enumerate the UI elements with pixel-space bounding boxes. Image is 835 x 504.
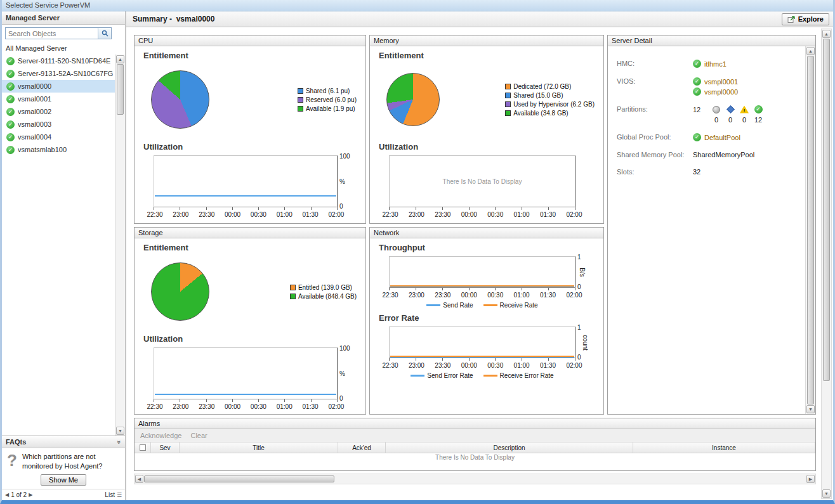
memory-utilization-chart: There Is No Data To Display22:3023:0023:… [389, 155, 575, 218]
server-name: vsmatsmlab100 [18, 146, 67, 153]
scroll-left-icon[interactable]: ◀ [135, 475, 143, 483]
alarm-column-description[interactable]: Description [386, 443, 633, 453]
legend-line-swatch [411, 375, 424, 377]
global-proc-pool-link[interactable]: DefaultPool [704, 134, 740, 141]
server-list-item[interactable]: ✓vsmal0003 [2, 118, 115, 131]
server-list-item[interactable]: ✓vsmatsmlab100 [2, 143, 115, 156]
storage-utilization-chart: 100%022:3023:0023:3000:0000:3001:0001:30… [154, 347, 338, 410]
x-tick-label: 23:00 [406, 211, 426, 218]
main-body: CPU Entitlement Shared (6.1 pu)Reserved … [126, 27, 833, 500]
next-page-icon[interactable]: ▶ [29, 492, 32, 498]
server-list-item[interactable]: ✓Server-9131-52A-SN10C67FG [2, 67, 115, 80]
clear-button[interactable]: Clear [190, 432, 207, 439]
alarm-column-sev[interactable]: Sev [151, 443, 180, 453]
explore-label: Explore [798, 15, 824, 23]
scroll-down-icon[interactable]: ▼ [822, 489, 831, 498]
server-detail-scrollbar[interactable]: ▲ ▼ [805, 46, 815, 414]
y-unit-label: count [582, 335, 589, 350]
faq-question: Which partitions are not monitored by Ho… [22, 452, 120, 471]
server-name: vsmal0004 [18, 133, 51, 141]
x-tick-label: 22:30 [380, 362, 400, 369]
legend-label: Send Error Rate [427, 372, 473, 379]
cpu-utilization-heading: Utilization [135, 138, 365, 153]
legend-label: Shared (15.0 GB) [513, 92, 563, 99]
legend-label: Dedicated (72.0 GB) [513, 83, 571, 90]
series-line [155, 195, 336, 197]
y-axis: 100%0 [339, 153, 350, 210]
x-axis-ticks [389, 288, 575, 290]
partition-count: 0 [728, 116, 732, 124]
collapse-chevron-icon[interactable]: » [116, 441, 123, 444]
memory-entitlement-pie [386, 73, 440, 126]
status-ok-icon: ✓ [693, 60, 701, 68]
alarm-column-instance[interactable]: Instance [633, 443, 815, 453]
scroll-up-icon[interactable]: ▲ [822, 30, 831, 38]
chart-legend: Send RateReceive Rate [389, 302, 575, 309]
show-me-button[interactable]: Show Me [41, 474, 86, 486]
vios-link[interactable]: vsmpl0001 [704, 78, 738, 86]
scroll-up-icon[interactable]: ▲ [806, 47, 815, 55]
x-tick-label: 23:00 [171, 403, 191, 410]
legend-item: Receive Error Rate [483, 372, 554, 379]
alarm-column-acked[interactable]: Ack'ed [338, 443, 386, 453]
sidebar: Managed Server All Managed Server ✓Serve… [2, 11, 126, 500]
alarm-column-title[interactable]: Title [180, 443, 338, 453]
x-tick-label: 23:30 [433, 292, 453, 299]
memory-entitlement-heading: Entitlement [370, 46, 603, 61]
scroll-down-icon[interactable]: ▼ [116, 427, 124, 435]
storage-utilization-heading: Utilization [135, 330, 365, 345]
legend-item: Dedicated (72.0 GB) [505, 83, 595, 90]
faqts-header[interactable]: FAQts » [2, 436, 125, 448]
scroll-up-icon[interactable]: ▲ [116, 55, 124, 63]
hmc-link[interactable]: itlhmc1 [704, 60, 727, 68]
network-throughput-heading: Throughput [370, 238, 603, 254]
server-list-item[interactable]: ✓vsmal0000 [2, 80, 115, 93]
acknowledge-button[interactable]: Acknowledge [140, 432, 181, 439]
alarms-empty-text: There Is No Data To Display [135, 453, 815, 470]
server-detail-panel-header: Server Detail [608, 36, 815, 46]
memory-entitlement-row: Dedicated (72.0 GB)Shared (15.0 GB)Used … [370, 61, 603, 138]
y-max-label: 100 [339, 345, 350, 352]
y-max-label: 100 [339, 153, 350, 160]
chart-plot-area: 100%0 [154, 347, 338, 399]
app-window: Selected Service PowerVM Managed Server … [0, 0, 835, 504]
select-all-checkbox[interactable] [140, 444, 146, 451]
search-icon[interactable] [98, 28, 111, 39]
x-tick-label: 02:00 [326, 211, 346, 218]
server-list-item[interactable]: ✓vsmal0004 [2, 131, 115, 143]
shared-memory-pool-row: Shared Memory Pool: SharedMemoryPool [617, 151, 804, 158]
alarm-column-select[interactable] [135, 443, 151, 453]
scroll-thumb[interactable] [117, 64, 124, 115]
list-toggle[interactable]: List ☰ [105, 491, 122, 498]
server-list-item[interactable]: ✓vsmal0001 [2, 93, 115, 105]
scroll-right-icon[interactable]: ▶ [806, 475, 815, 483]
alarms-panel-header: Alarms [135, 418, 815, 429]
search-box [5, 27, 112, 39]
explore-button[interactable]: Explore [782, 13, 829, 25]
scroll-down-icon[interactable]: ▼ [806, 405, 815, 413]
search-input[interactable] [6, 28, 98, 39]
faqts-footer: ◀ 1 of 2 ▶ List ☰ [2, 489, 125, 500]
top-bar: Selected Service PowerVM [2, 0, 833, 11]
scroll-thumb[interactable] [823, 39, 830, 381]
all-managed-server-label[interactable]: All Managed Server [2, 42, 125, 55]
x-tick-label: 01:30 [538, 211, 558, 218]
sidebar-scrollbar[interactable]: ▲ ▼ [115, 55, 125, 436]
vios-link[interactable]: vsmpl0000 [704, 88, 738, 96]
horizontal-scrollbar[interactable]: ◀ ▶ [134, 474, 816, 484]
page-indicator: 1 of 2 [11, 491, 27, 498]
content: Managed Server All Managed Server ✓Serve… [2, 11, 833, 500]
legend-item: Shared (15.0 GB) [505, 92, 595, 99]
main-scrollbar[interactable]: ▲ ▼ [821, 29, 832, 499]
scroll-thumb[interactable] [144, 475, 334, 482]
scroll-thumb[interactable] [807, 56, 814, 404]
prev-page-icon[interactable]: ◀ [5, 492, 9, 498]
explore-icon [787, 15, 796, 23]
alarms-panel: Alarms Acknowledge Clear SevTitleAck'edD… [134, 418, 816, 471]
server-list-item[interactable]: ✓Server-9111-520-SN10FD64E [2, 55, 115, 67]
legend-line-swatch [483, 375, 497, 377]
storage-panel: Storage Entitlement Entitled (139.0 GB)A… [134, 227, 366, 415]
status-ok-icon: ✓ [6, 133, 15, 141]
server-name: vsmal0002 [18, 108, 51, 115]
server-list-item[interactable]: ✓vsmal0002 [2, 105, 115, 118]
